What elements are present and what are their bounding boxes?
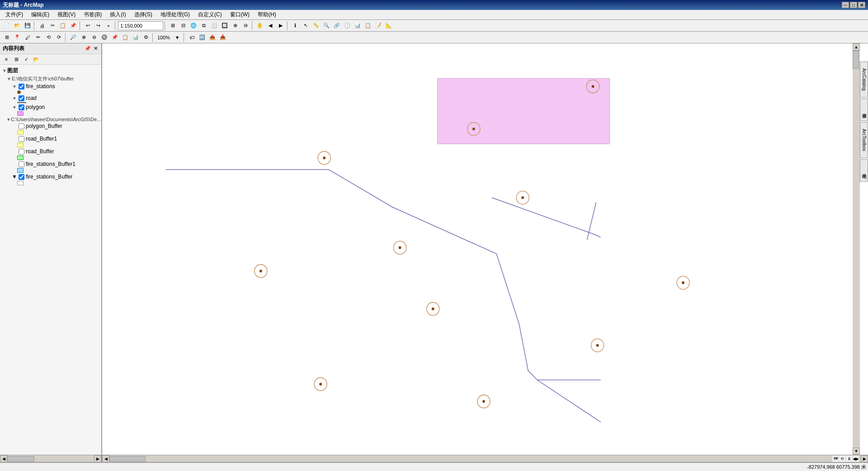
map-scroll-up[interactable]: ▲: [853, 43, 860, 51]
menu-insert[interactable]: 插入(I): [106, 10, 129, 19]
map-bottom-btn3[interactable]: ⏸: [846, 456, 852, 462]
layer-checkbox-road[interactable]: [19, 95, 24, 101]
arc-tab-toolbox[interactable]: ArcToolbox: [860, 122, 868, 158]
menu-file[interactable]: 文件(F): [2, 10, 27, 19]
geo-btn-14[interactable]: ⚙: [141, 33, 151, 42]
geo-btn-13[interactable]: 📊: [131, 33, 141, 42]
map-bottom-btn4[interactable]: ◀▶: [853, 456, 859, 462]
map-vscrollbar[interactable]: ▲ ▼: [853, 43, 860, 455]
map-bottom-btn2[interactable]: ⟲: [839, 456, 845, 462]
toc-layer-polygon[interactable]: ▼ polygon: [0, 104, 101, 111]
toc-hscroll-thumb[interactable]: [7, 456, 34, 462]
menu-edit[interactable]: 编辑(E): [28, 10, 53, 19]
toc-root-layers[interactable]: ▼ 图层: [0, 66, 101, 75]
tool-btn-5[interactable]: ⬜: [209, 21, 219, 31]
menu-select[interactable]: 选择(S): [131, 10, 156, 19]
attr-button[interactable]: 📝: [373, 21, 383, 31]
expand-icon-fire-stations-buffer[interactable]: ▼: [12, 174, 17, 180]
menu-customize[interactable]: 自定义(C): [194, 10, 226, 19]
geo-btn-5[interactable]: ⟲: [43, 33, 53, 42]
expand-icon-group2[interactable]: ▼: [6, 117, 11, 122]
tool-btn-3[interactable]: 🌐: [189, 21, 198, 31]
toc-layer-road[interactable]: ▼ road: [0, 94, 101, 102]
expand-icon-fire-stations[interactable]: ▼: [12, 84, 17, 89]
layer-checkbox-fire-stations-buffer[interactable]: [19, 174, 24, 180]
copy-button[interactable]: 📋: [58, 21, 68, 31]
menu-bookmark[interactable]: 书签(B): [80, 10, 105, 19]
toc-close-button[interactable]: ✕: [93, 46, 99, 52]
layer-checkbox-polygon-buffer[interactable]: [19, 123, 24, 129]
maximize-button[interactable]: □: [850, 2, 857, 8]
arc-tab-catalog[interactable]: ArcCatalog: [860, 61, 868, 98]
toc-source-btn[interactable]: 📂: [32, 55, 41, 63]
toc-scroll-left[interactable]: ◀: [0, 455, 7, 462]
nav-fwd-button[interactable]: ▶: [276, 21, 286, 31]
geo-btn-18[interactable]: 📥: [218, 33, 228, 42]
map-hscrollbar[interactable]: ◀ 🗺 ⟲ ⏸ ◀▶ ▶: [102, 455, 868, 462]
expand-icon-polygon[interactable]: ▼: [12, 105, 17, 110]
toc-layer-fire-stations-buffer1[interactable]: fire_stations_Buffer1: [0, 160, 101, 168]
toc-group1[interactable]: ▼ E:\地信实习文件\ch07\buffer: [0, 75, 101, 83]
toc-layer-road-buffer1[interactable]: road_Buffer1: [0, 135, 101, 142]
menu-geoprocess[interactable]: 地理处理(G): [157, 10, 193, 19]
map-bottom-btn1[interactable]: 🗺: [832, 456, 839, 462]
menu-view[interactable]: 视图(V): [54, 10, 79, 19]
layout-button[interactable]: 📐: [384, 21, 394, 31]
undo-button[interactable]: ↩: [83, 21, 93, 31]
zoom-in-button[interactable]: +: [104, 21, 113, 31]
geo-btn-16[interactable]: 🔤: [197, 33, 207, 42]
map-scroll-right[interactable]: ▶: [861, 455, 868, 462]
map-hscroll-thumb[interactable]: [109, 456, 146, 462]
layer-checkbox-polygon[interactable]: [19, 104, 24, 110]
tool-btn-8[interactable]: ⊖: [241, 21, 250, 31]
tool-btn-4[interactable]: ⧉: [199, 21, 209, 31]
close-button[interactable]: ✕: [858, 2, 865, 8]
nav-back-button[interactable]: ◀: [265, 21, 275, 31]
expand-icon-road[interactable]: ▼: [12, 96, 17, 101]
layer-checkbox-fire-stations[interactable]: [19, 84, 24, 89]
tool-btn-2[interactable]: ⊟: [178, 21, 188, 31]
toc-group2[interactable]: ▼ C:\Users\hasee\Documents\ArcGIS\De...: [0, 116, 101, 122]
identify-button[interactable]: ℹ: [290, 21, 300, 31]
layer-checkbox-road-buffer[interactable]: [19, 149, 24, 155]
zoom-pct-dropdown[interactable]: ▼: [172, 33, 182, 42]
find-button[interactable]: 🔍: [321, 21, 331, 31]
select-button[interactable]: ↖: [301, 21, 311, 31]
report-button[interactable]: 📋: [363, 21, 373, 31]
menu-help[interactable]: 帮助(H): [254, 10, 280, 19]
toc-pin-button[interactable]: 📌: [84, 46, 92, 52]
layer-checkbox-road-buffer1[interactable]: [19, 136, 24, 142]
toc-layer-fire-stations[interactable]: ▼ fire_stations: [0, 83, 101, 90]
geo-btn-12[interactable]: 📋: [120, 33, 130, 42]
geo-btn-9[interactable]: ⊖: [89, 33, 99, 42]
geo-btn-2[interactable]: 📍: [12, 33, 22, 42]
toc-select-btn[interactable]: ✓: [22, 55, 31, 63]
hyperlink-button[interactable]: 🔗: [332, 21, 342, 31]
measure-button[interactable]: 📏: [311, 21, 321, 31]
layer-checkbox-fire-stations-buffer1[interactable]: [19, 161, 24, 167]
geo-btn-11[interactable]: 📌: [110, 33, 120, 42]
geo-btn-17[interactable]: 📤: [208, 33, 217, 42]
tool-btn-7[interactable]: ⊕: [230, 21, 240, 31]
save-button[interactable]: 💾: [23, 21, 33, 31]
timesl-button[interactable]: 🕐: [342, 21, 352, 31]
graph-button[interactable]: 📊: [353, 21, 363, 31]
geo-btn-15[interactable]: 🏷: [187, 33, 197, 42]
geo-btn-6[interactable]: ⟳: [54, 33, 64, 42]
arc-tab-results[interactable]: 结果: [860, 159, 868, 182]
toc-layer-road-buffer[interactable]: road_Buffer: [0, 148, 101, 155]
print-button[interactable]: 🖨: [37, 21, 47, 31]
map-vscroll-thumb[interactable]: [853, 51, 859, 69]
geo-btn-7[interactable]: 🔎: [68, 33, 78, 42]
menu-window[interactable]: 窗口(W): [226, 10, 253, 19]
redo-button[interactable]: ↪: [93, 21, 103, 31]
new-button[interactable]: 📄: [2, 21, 12, 31]
tool-btn-6[interactable]: 🔲: [220, 21, 230, 31]
geo-btn-4[interactable]: ✏: [33, 33, 43, 42]
toc-list-btn[interactable]: ≡: [2, 55, 11, 63]
paste-button[interactable]: 📌: [68, 21, 78, 31]
map-scroll-left[interactable]: ◀: [102, 455, 109, 462]
map-canvas-container[interactable]: ArcCatalog 搜索 ArcToolbox 结果 ▲ ▼: [102, 43, 868, 455]
minimize-button[interactable]: ─: [842, 2, 849, 8]
open-button[interactable]: 📂: [12, 21, 22, 31]
